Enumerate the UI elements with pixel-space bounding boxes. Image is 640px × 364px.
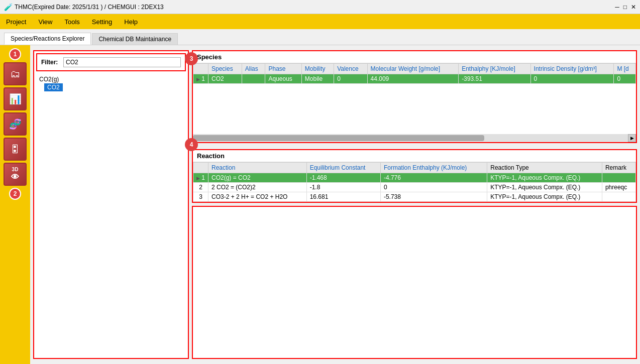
badge-1: 1 (9, 48, 21, 60)
rcell-remark-3 (602, 192, 635, 202)
species-col-molweight: 44.009 (367, 74, 459, 84)
maximize-button[interactable]: □ (623, 4, 627, 11)
spacer-badge4: 4 (192, 143, 637, 146)
filter-row: Filter: (36, 53, 186, 71)
rcell-reaction-2: 2 CO2 = (CO2)2 (208, 183, 307, 192)
reaction-table: Reaction Equilibrium Constant Formation … (193, 162, 636, 202)
rcell-num-2: 2 (193, 183, 208, 192)
species-col-enthalphy: -393.51 (459, 74, 530, 84)
species-scrollbar-thumb[interactable] (193, 135, 484, 141)
filter-label: Filter: (41, 59, 59, 66)
sidebar-icon-controls[interactable]: 🎛 (4, 138, 27, 161)
reaction-row-2[interactable]: 2 2 CO2 = (CO2)2 -1.8 0 KTYP=-1, Aqueous… (193, 183, 636, 192)
reaction-title: Reaction (193, 150, 636, 162)
col-header-m: M [d (614, 64, 636, 74)
tab-species-reactions[interactable]: Species/Reactions Explorer (4, 33, 91, 45)
rcell-type-1: KTYP=-1, Aqueous Compx. (EQ.) (487, 173, 602, 183)
rcell-type-2: KTYP=-1, Aqueous Compx. (EQ.) (487, 183, 602, 192)
rcell-eq-2: -1.8 (306, 183, 380, 192)
badge-4: 4 (185, 138, 198, 151)
rcol-header-num (193, 163, 208, 173)
species-col-species: CO2 (208, 74, 242, 84)
rcol-header-reaction: Reaction (208, 163, 307, 173)
reaction-row-3[interactable]: 3 CO3-2 + 2 H+ = CO2 + H2O 16.681 -5.738… (193, 192, 636, 202)
sidebar-icon-microscope[interactable]: 🧬 (4, 112, 27, 136)
rcol-header-eq: Equilibrium Constant (306, 163, 380, 173)
rcell-num-3: 3 (193, 192, 208, 202)
rcell-remark-2: phreeqc (602, 183, 635, 192)
filter-input[interactable] (63, 57, 181, 67)
rcol-header-remark: Remark (602, 163, 635, 173)
species-scrollbar[interactable]: ▶ (193, 134, 636, 142)
species-col-m: 0 (614, 74, 636, 84)
col-header-species: Species (208, 64, 242, 74)
menu-view[interactable]: View (36, 17, 54, 27)
species-scroll-right[interactable]: ▶ (628, 134, 636, 142)
tree-item-co2g[interactable]: CO2(g) (38, 75, 184, 83)
badge-2: 2 (9, 188, 21, 200)
col-header-alias: Alias (242, 64, 265, 74)
tree-area: CO2(g) CO2 (34, 73, 188, 358)
col-header-molweight: Molecular Weight [g/mole] (367, 64, 459, 74)
col-header-valence: Valence (334, 64, 367, 74)
content-area: Filter: CO2(g) CO2 3 (30, 45, 640, 364)
species-title: Species (193, 51, 636, 63)
species-row-arrow: ▶ 1 (193, 74, 208, 84)
col-header-intrinsic: Intrinsic Density [g/dm³] (530, 64, 614, 74)
menu-bar: Project View Tools Setting Help (0, 14, 640, 29)
title-bar: 🧪 THMC(Expired Date: 2025/1/31 ) / CHEMG… (0, 0, 640, 14)
rcol-header-formation: Formation Enthalphy (KJ/mole) (380, 163, 487, 173)
tab-chemical-db[interactable]: Chemical DB Maintainance (92, 33, 178, 45)
menu-project[interactable]: Project (4, 17, 28, 27)
species-table: Species Alias Phase Mobility Valence Mol… (193, 63, 636, 84)
rcell-formation-3: -5.738 (380, 192, 487, 202)
menu-help[interactable]: Help (122, 17, 140, 27)
col-header-enthalphy: Enthalphy [KJ/mole] (459, 64, 530, 74)
app-body: 1 🗂 📊 🧬 🎛 3D 👁 2 Filter: (0, 45, 640, 364)
rcol-header-type: Reaction Type (487, 163, 602, 173)
reaction-section: Reaction Reaction Equilibrium Constant F… (192, 149, 637, 203)
sidebar-icons: 1 🗂 📊 🧬 🎛 3D 👁 2 (0, 45, 30, 364)
app-icon: 🧪 (4, 3, 13, 11)
rcell-num-1: ▶ 1 (193, 173, 208, 183)
species-col-alias (242, 74, 265, 84)
sidebar-icon-3d[interactable]: 3D 👁 (4, 163, 27, 186)
rcell-reaction-1: CO2(g) = CO2 (208, 173, 307, 183)
rcell-remark-1 (602, 173, 635, 183)
tree-item-co2[interactable]: CO2 (44, 83, 63, 91)
left-panel: Filter: CO2(g) CO2 (33, 50, 189, 359)
species-col-mobility: Mobile (301, 74, 334, 84)
sidebar-icon-chart[interactable]: 📊 (4, 87, 27, 110)
col-header-mobility: Mobility (301, 64, 334, 74)
rcell-eq-1: -1.468 (306, 173, 380, 183)
species-col-valence: 0 (334, 74, 367, 84)
menu-tools[interactable]: Tools (62, 17, 81, 27)
sidebar-icon-files[interactable]: 🗂 (4, 62, 27, 85)
menu-setting[interactable]: Setting (90, 17, 114, 27)
title-text: THMC(Expired Date: 2025/1/31 ) / CHEMGUI… (15, 4, 164, 11)
close-button[interactable]: ✕ (631, 4, 636, 11)
minimize-button[interactable]: ─ (615, 4, 619, 11)
rcell-type-3: KTYP=-1, Aqueous Compx. (EQ.) (487, 192, 602, 202)
species-row-1[interactable]: ▶ 1 CO2 Aqueous Mobile 0 44.009 -393.51 … (193, 74, 636, 84)
tabs-bar: Species/Reactions Explorer Chemical DB M… (0, 29, 640, 45)
rcell-formation-1: -4.776 (380, 173, 487, 183)
bottom-empty-area (192, 206, 637, 359)
species-col-intrinsic: 0 (530, 74, 614, 84)
rcell-formation-2: 0 (380, 183, 487, 192)
reaction-row-1[interactable]: ▶ 1 CO2(g) = CO2 -1.468 -4.776 KTYP=-1, … (193, 173, 636, 183)
col-header-phase: Phase (265, 64, 301, 74)
rcell-reaction-3: CO3-2 + 2 H+ = CO2 + H2O (208, 192, 307, 202)
badge-3: 3 (185, 52, 198, 65)
rcell-eq-3: 16.681 (306, 192, 380, 202)
col-header-num (193, 64, 208, 74)
species-col-phase: Aqueous (265, 74, 301, 84)
species-section: Species Species Alias Phase Mobility (192, 50, 637, 143)
right-panel: 3 Species Species Alias Phase (192, 50, 637, 359)
